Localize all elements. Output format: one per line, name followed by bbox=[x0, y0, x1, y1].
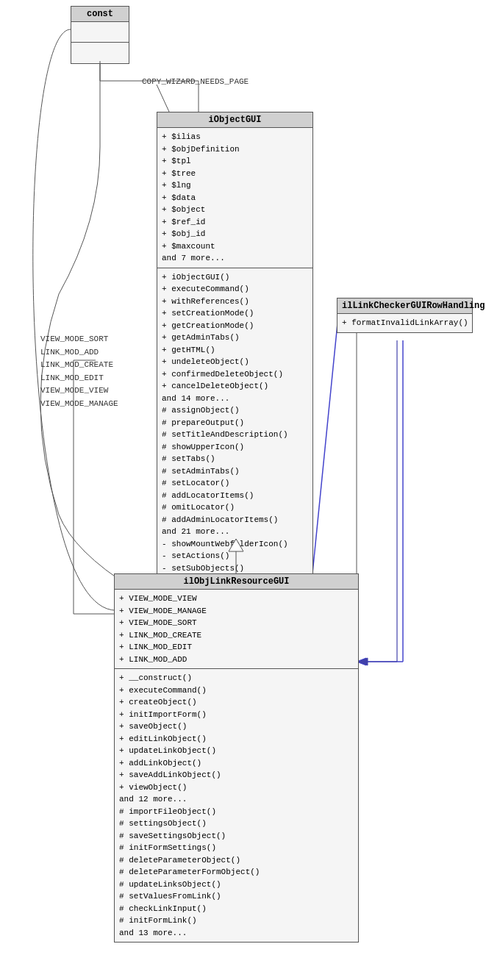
svg-line-0 bbox=[157, 85, 169, 112]
iobjectgui-fields: + $ilias + $objDefinition + $tpl + $tree… bbox=[157, 128, 312, 268]
const-box: const bbox=[71, 6, 129, 64]
illinkchecker-box: ilLinkCheckerGUIRowHandling + formatInva… bbox=[337, 298, 473, 333]
illinkchecker-title: ilLinkCheckerGUIRowHandling bbox=[337, 298, 472, 314]
diagram-container: const COPY_WIZARD_NEEDS_PAGE iObjectGUI … bbox=[0, 0, 486, 980]
illinkchecker-methods: + formatInvalidLinkArray() bbox=[337, 314, 472, 332]
ilobjlinkresourcegui-box: ilObjLinkResourceGUI + VIEW_MODE_VIEW + … bbox=[114, 573, 359, 943]
ilobjlinkresourcegui-title: ilObjLinkResourceGUI bbox=[115, 574, 358, 590]
iobjectgui-methods: + iObjectGUI() + executeCommand() + with… bbox=[157, 268, 312, 578]
ilobjlinkresourcegui-methods: + __construct() + executeCommand() + cre… bbox=[115, 669, 358, 942]
copy-wizard-label: COPY_WIZARD_NEEDS_PAGE bbox=[142, 76, 249, 88]
ilobjlinkresourcegui-constants: + VIEW_MODE_VIEW + VIEW_MODE_MANAGE + VI… bbox=[115, 590, 358, 669]
const-section-2 bbox=[71, 43, 129, 63]
iobjectgui-box: iObjectGUI + $ilias + $objDefinition + $… bbox=[157, 112, 313, 578]
view-mode-labels: VIEW_MODE_SORT LINK_MOD_ADD LINK_MOD_CRE… bbox=[40, 333, 118, 411]
const-title: const bbox=[71, 7, 129, 22]
iobjectgui-title: iObjectGUI bbox=[157, 112, 312, 128]
svg-marker-16 bbox=[359, 658, 368, 665]
const-section-1 bbox=[71, 22, 129, 43]
